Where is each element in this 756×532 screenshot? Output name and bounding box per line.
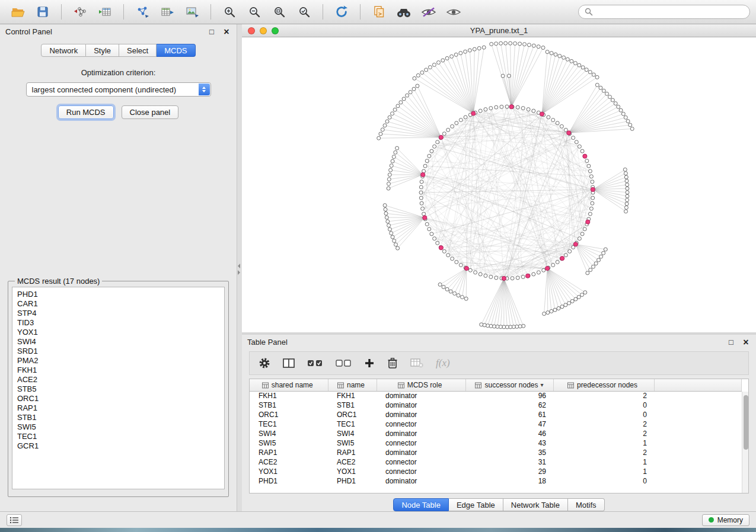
column-grid-icon <box>398 382 404 389</box>
close-panel-button[interactable]: × <box>222 27 231 36</box>
clone-network-button[interactable] <box>367 2 391 21</box>
mcds-result-item[interactable]: STP4 <box>17 309 219 318</box>
find-network-button[interactable] <box>392 2 416 21</box>
table-panel-title: Table Panel <box>247 338 288 347</box>
refresh-icon <box>335 5 348 18</box>
mcds-result-item[interactable]: STB5 <box>17 384 219 394</box>
mcds-result-item[interactable]: FKH1 <box>17 366 219 375</box>
memory-button[interactable]: Memory <box>702 514 749 526</box>
table-row[interactable]: FKH1FKH1dominator962 <box>250 391 742 400</box>
export-table-button[interactable] <box>155 2 179 21</box>
cell-filler <box>654 467 742 476</box>
add-column-button[interactable] <box>364 358 375 368</box>
tab-network[interactable]: Network <box>41 44 86 57</box>
deselect-all-button[interactable] <box>336 358 352 368</box>
column-header-shared-name[interactable]: shared name <box>250 379 328 391</box>
show-graphics-button[interactable] <box>442 2 465 21</box>
toolbar-separator <box>123 4 124 20</box>
table-row[interactable]: SWI4SWI4dominator462 <box>250 429 742 438</box>
cell-shared-name: FKH1 <box>250 391 328 400</box>
column-header-successor-nodes[interactable]: successor nodes▾ <box>465 379 553 391</box>
export-image-button[interactable] <box>180 2 204 21</box>
zoom-in-button[interactable] <box>218 2 241 21</box>
export-network-button[interactable] <box>130 2 154 21</box>
table-row[interactable]: ACE2ACE2connector311 <box>250 457 742 467</box>
close-mcds-panel-button[interactable]: Close panel <box>122 105 179 119</box>
table-row[interactable]: YOX1YOX1connector291 <box>250 467 742 476</box>
maximize-window-icon[interactable] <box>272 27 279 34</box>
float-panel-button[interactable]: □ <box>207 27 216 36</box>
zoom-selected-button[interactable] <box>292 2 316 21</box>
table-scrollbar-thumb[interactable] <box>744 395 748 450</box>
table-scrollbar[interactable] <box>742 392 748 493</box>
close-window-icon[interactable] <box>248 27 255 34</box>
split-panel-button[interactable] <box>283 358 295 368</box>
control-panel-header: Control Panel □ × <box>0 24 237 39</box>
mcds-result-item[interactable]: PMA2 <box>17 356 219 366</box>
tab-select[interactable]: Select <box>119 44 157 57</box>
tab-motifs[interactable]: Motifs <box>568 498 605 511</box>
select-all-button[interactable] <box>307 358 323 368</box>
function-builder-button[interactable]: f(x) <box>436 357 450 369</box>
mcds-result-item[interactable]: PHD1 <box>17 290 219 299</box>
criterion-dropdown[interactable]: largest connected component (undirected) <box>26 82 211 97</box>
table-row[interactable]: ORC1ORC1dominator610 <box>250 410 742 419</box>
mcds-result-item[interactable]: CAR1 <box>17 299 219 309</box>
save-session-button[interactable] <box>31 2 55 21</box>
run-mcds-button[interactable]: Run MCDS <box>58 105 114 119</box>
save-icon <box>37 6 49 18</box>
mcds-result-item[interactable]: SWI5 <box>17 422 219 432</box>
hide-graphics-button[interactable] <box>417 2 441 21</box>
mcds-result-item[interactable]: TEC1 <box>17 432 219 441</box>
close-table-panel-button[interactable]: × <box>741 337 751 347</box>
vertical-splitter[interactable] <box>237 24 242 511</box>
zoom-fit-button[interactable] <box>267 2 291 21</box>
tab-style[interactable]: Style <box>86 44 119 57</box>
column-header-name[interactable]: name <box>328 379 377 391</box>
table-row[interactable]: TEC1TEC1connector472 <box>250 419 742 429</box>
zoom-out-button[interactable] <box>243 2 266 21</box>
import-network-button[interactable] <box>68 2 92 21</box>
mcds-result-item[interactable]: YOX1 <box>17 328 219 337</box>
mcds-result-item[interactable]: ACE2 <box>17 375 219 384</box>
table-row[interactable]: SWI5SWI5connector431 <box>250 438 742 448</box>
mcds-result-list[interactable]: PHD1CAR1STP4TID3YOX1SWI4SRD1PMA2FKH1ACE2… <box>12 287 225 489</box>
search-field <box>578 5 750 19</box>
mcds-result-item[interactable]: STB1 <box>17 413 219 422</box>
mcds-result-item[interactable]: RAP1 <box>17 403 219 413</box>
delete-column-button[interactable] <box>387 357 398 369</box>
cell-filler <box>654 448 742 457</box>
node-table-header-row: shared namenameMCDS rolesuccessor nodes▾… <box>250 379 742 391</box>
trash-icon <box>387 357 398 369</box>
table-settings-button[interactable] <box>259 357 270 369</box>
tab-mcds[interactable]: MCDS <box>157 44 195 57</box>
panel-menu-button[interactable] <box>7 514 22 526</box>
open-file-button[interactable] <box>6 2 30 21</box>
search-input[interactable] <box>596 8 744 16</box>
node-table: shared namenameMCDS rolesuccessor nodes▾… <box>249 379 749 493</box>
refresh-view-button[interactable] <box>330 2 353 21</box>
import-table-button[interactable] <box>93 2 117 21</box>
table-row[interactable]: STB1STB1dominator620 <box>250 400 742 410</box>
table-row[interactable]: PHD1PHD1dominator180 <box>250 476 742 486</box>
splitter-handle[interactable] <box>238 264 240 275</box>
tab-edge-table[interactable]: Edge Table <box>449 498 503 511</box>
mcds-result-item[interactable]: TID3 <box>17 318 219 328</box>
delete-table-button[interactable] <box>410 358 423 368</box>
mcds-result-item[interactable]: SWI4 <box>17 337 219 347</box>
table-row[interactable]: RAP1RAP1dominator352 <box>250 448 742 457</box>
import-network-icon <box>74 6 87 18</box>
float-table-panel-button[interactable]: □ <box>726 337 736 347</box>
column-header-mcds-role[interactable]: MCDS role <box>377 379 465 391</box>
mcds-result-item[interactable]: SRD1 <box>17 347 219 356</box>
cell-name: ACE2 <box>328 457 377 467</box>
tab-node-table[interactable]: Node Table <box>393 498 449 511</box>
mcds-result-item[interactable]: GCR1 <box>17 441 219 451</box>
network-canvas[interactable] <box>242 37 756 332</box>
mcds-result-item[interactable]: ORC1 <box>17 394 219 403</box>
open-folder-icon <box>11 6 25 18</box>
cell-successor-nodes: 62 <box>465 400 553 410</box>
column-header-predecessor-nodes[interactable]: predecessor nodes <box>553 379 654 391</box>
minimize-window-icon[interactable] <box>260 27 267 34</box>
tab-network-table[interactable]: Network Table <box>503 498 568 511</box>
